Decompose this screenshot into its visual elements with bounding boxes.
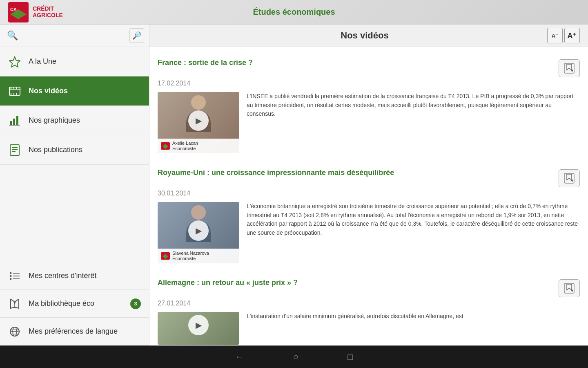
sidebar-spacer [0,165,149,262]
svg-rect-23 [10,275,11,277]
bar-chart-icon [8,114,21,127]
article-text: L'INSEE a publié vendredi la première es… [247,92,580,119]
list-icon [8,269,21,283]
svg-rect-11 [13,93,14,95]
android-navbar: ← ○ □ [0,346,588,368]
film-icon [8,85,21,98]
font-increase-button[interactable]: A⁺ [564,28,580,43]
app-title: Études économiques [253,7,335,17]
svg-rect-7 [11,87,11,89]
document-icon [8,144,21,157]
svg-rect-10 [11,93,11,95]
android-home-button[interactable]: ○ [293,352,298,362]
search-icon[interactable]: 🔍 [5,28,20,43]
sidebar-label-ma-bibliotheque: Ma bibliothèque éco [29,299,94,308]
svg-rect-21 [10,272,11,274]
person-title: Économiste [172,256,209,261]
video-thumbnail[interactable]: ▶ Axelle Lacan Économiste [158,92,239,153]
sidebar-label-nos-videos: Nos vidéos [29,87,68,95]
articles-list: France : sortie de la crise ? 17.02.2014… [149,47,588,346]
content-section-title: Nos vidéos [182,30,547,41]
logo-agricole: AGRICOLE [33,12,63,18]
sidebar-item-nos-publications[interactable]: Nos publications [0,135,149,165]
svg-rect-13 [10,121,12,125]
android-recent-button[interactable]: □ [347,352,353,362]
top-header: CA CRÉDIT AGRICOLE Études économiques [0,0,588,25]
sidebar-search-bar: 🔍 🔎 [0,25,149,47]
video-person-info: Slavena Nazarova Économiste [172,251,209,261]
bookmark-button[interactable] [559,169,580,187]
ca-small-logo [161,142,170,150]
article-body: ▶ Axelle Lacan Économiste L'INSEE a publ… [158,92,580,153]
video-thumbnail[interactable]: ▶ [158,312,239,345]
article-text: L'économie britannique a enregistré son … [247,202,580,238]
sidebar-item-a-la-une[interactable]: A la Une [0,47,149,76]
article-title[interactable]: Allemagne : un retour au « juste prix » … [158,278,555,287]
play-button[interactable]: ▶ [188,220,209,241]
font-controls: A⁻ A⁺ [547,28,580,43]
article-body: ▶ Slavena Nazarova Économiste L'économie… [158,202,580,263]
svg-rect-25 [10,278,11,280]
article-item: Royaume-Uni : une croissance impressionn… [158,161,580,271]
ca-logo-icon: CA [8,2,29,22]
sidebar-item-nos-graphiques[interactable]: Nos graphiques [0,106,149,135]
article-header: Royaume-Uni : une croissance impressionn… [158,168,580,187]
play-button[interactable]: ▶ [188,110,209,131]
advanced-search-icon[interactable]: 🔎 [129,28,144,43]
book-icon [8,297,21,310]
app-title-plain: Études [253,7,282,16]
bibliotheque-badge: 3 [130,298,141,309]
android-back-button[interactable]: ← [235,352,244,362]
svg-marker-3 [9,57,20,67]
sidebar: 🔍 🔎 A la Une Nos vidéos Nos graphiques [0,25,149,346]
article-item: Allemagne : un retour au « juste prix » … [158,271,580,346]
person-title: Économiste [172,146,198,151]
article-item: France : sortie de la crise ? 17.02.2014… [158,51,580,161]
ca-small-logo [161,252,170,260]
content-area: Nos vidéos A⁻ A⁺ France : sortie de la c… [149,25,588,346]
sidebar-item-ma-bibliotheque[interactable]: Ma bibliothèque éco 3 [0,290,149,318]
font-decrease-button[interactable]: A⁻ [547,28,563,43]
sidebar-item-nos-videos[interactable]: Nos vidéos [0,76,149,106]
article-text: L'instauration d'un salaire minimum géné… [247,312,580,321]
sidebar-item-mes-preferences[interactable]: Mes préférences de langue [0,318,149,346]
sidebar-label-mes-centres: Mes centres d'intérêt [29,272,97,280]
sidebar-label-a-la-une: A la Une [29,57,56,66]
article-title[interactable]: Royaume-Uni : une croissance impressionn… [158,168,555,177]
sidebar-item-mes-centres[interactable]: Mes centres d'intérêt [0,262,149,290]
article-date: 27.01.2014 [158,300,580,307]
sidebar-label-mes-preferences: Mes préférences de langue [29,327,118,336]
bookmark-button[interactable] [559,279,580,297]
logo-text: CRÉDIT AGRICOLE [33,6,63,18]
video-caption: Slavena Nazarova Économiste [158,249,239,263]
app-title-accent: économiques [283,7,335,16]
video-caption: Axelle Lacan Économiste [158,139,239,153]
article-header: France : sortie de la crise ? [158,58,580,77]
globe-icon [8,325,21,338]
svg-rect-12 [16,93,17,95]
svg-rect-5 [9,89,20,90]
bookmark-button[interactable] [559,59,580,77]
main-wrapper: 🔍 🔎 A la Une Nos vidéos Nos graphiques [0,25,588,346]
svg-rect-15 [16,116,18,125]
video-thumbnail[interactable]: ▶ Slavena Nazarova Économiste [158,202,239,263]
play-button[interactable]: ▶ [188,315,209,335]
article-date: 30.01.2014 [158,190,580,197]
article-title[interactable]: France : sortie de la crise ? [158,58,555,67]
video-person-info: Axelle Lacan Économiste [172,141,198,151]
svg-rect-8 [13,87,14,89]
svg-rect-9 [16,87,17,89]
logo-area: CA CRÉDIT AGRICOLE [8,2,63,22]
sidebar-label-nos-graphiques: Nos graphiques [29,116,80,125]
svg-rect-14 [13,119,15,125]
content-header: Nos vidéos A⁻ A⁺ [149,25,588,47]
sidebar-label-nos-publications: Nos publications [29,146,82,154]
svg-rect-6 [9,93,20,93]
search-input[interactable] [23,28,126,43]
article-body: ▶ L'instauration d'un salaire minimum gé… [158,312,580,345]
sidebar-bottom: Mes centres d'intérêt Ma bibliothèque éc… [0,262,149,346]
star-icon [8,55,21,68]
article-date: 17.02.2014 [158,80,580,87]
article-header: Allemagne : un retour au « juste prix » … [158,278,580,297]
person-name: Axelle Lacan [172,141,198,146]
